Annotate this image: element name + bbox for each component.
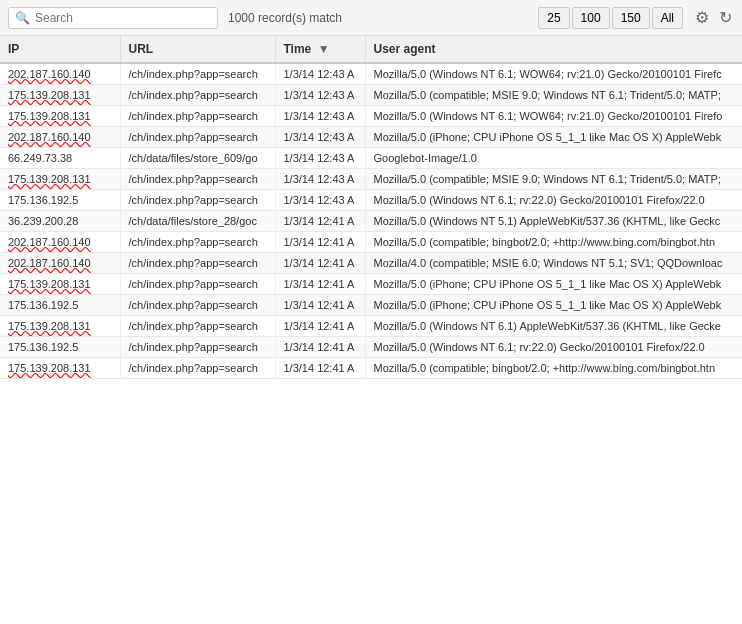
search-input[interactable]: [35, 11, 211, 25]
cell-url: /ch/index.php?app=search: [120, 337, 275, 358]
cell-time: 1/3/14 12:41 A: [275, 232, 365, 253]
cell-ip: 202.187.160.140: [0, 232, 120, 253]
cell-ua: Mozilla/4.0 (compatible; MSIE 6.0; Windo…: [365, 253, 742, 274]
table-row: 175.136.192.5/ch/index.php?app=search1/3…: [0, 295, 742, 316]
cell-ip: 175.136.192.5: [0, 295, 120, 316]
cell-ip: 175.139.208.131: [0, 169, 120, 190]
cell-time: 1/3/14 12:43 A: [275, 85, 365, 106]
page-size-100[interactable]: 100: [572, 7, 610, 29]
cell-time: 1/3/14 12:43 A: [275, 148, 365, 169]
cell-time: 1/3/14 12:41 A: [275, 295, 365, 316]
cell-ua: Googlebot-Image/1.0: [365, 148, 742, 169]
cell-ip: 175.139.208.131: [0, 106, 120, 127]
settings-icon[interactable]: ⚙: [693, 6, 711, 29]
cell-time: 1/3/14 12:43 A: [275, 169, 365, 190]
table-row: 175.136.192.5/ch/index.php?app=search1/3…: [0, 337, 742, 358]
table-row: 202.187.160.140/ch/index.php?app=search1…: [0, 63, 742, 85]
cell-url: /ch/index.php?app=search: [120, 253, 275, 274]
cell-ip: 202.187.160.140: [0, 253, 120, 274]
table-row: 175.136.192.5/ch/index.php?app=search1/3…: [0, 190, 742, 211]
cell-url: /ch/data/files/store_28/goc: [120, 211, 275, 232]
col-header-ip[interactable]: IP: [0, 36, 120, 63]
page-size-all[interactable]: All: [652, 7, 683, 29]
cell-ip: 175.139.208.131: [0, 316, 120, 337]
cell-ip: 202.187.160.140: [0, 63, 120, 85]
cell-url: /ch/index.php?app=search: [120, 63, 275, 85]
cell-url: /ch/index.php?app=search: [120, 295, 275, 316]
cell-url: /ch/index.php?app=search: [120, 316, 275, 337]
cell-time: 1/3/14 12:41 A: [275, 358, 365, 379]
cell-url: /ch/index.php?app=search: [120, 274, 275, 295]
cell-url: /ch/index.php?app=search: [120, 127, 275, 148]
cell-url: /ch/index.php?app=search: [120, 358, 275, 379]
cell-ua: Mozilla/5.0 (iPhone; CPU iPhone OS 5_1_1…: [365, 127, 742, 148]
col-header-url[interactable]: URL: [120, 36, 275, 63]
table-row: 175.139.208.131/ch/index.php?app=search1…: [0, 316, 742, 337]
cell-url: /ch/index.php?app=search: [120, 190, 275, 211]
cell-ua: Mozilla/5.0 (iPhone; CPU iPhone OS 5_1_1…: [365, 274, 742, 295]
table-row: 175.139.208.131/ch/index.php?app=search1…: [0, 106, 742, 127]
cell-ua: Mozilla/5.0 (Windows NT 6.1; rv:22.0) Ge…: [365, 190, 742, 211]
sort-arrow: ▼: [318, 42, 330, 56]
cell-ip: 175.139.208.131: [0, 85, 120, 106]
table-row: 175.139.208.131/ch/index.php?app=search1…: [0, 85, 742, 106]
table-row: 202.187.160.140/ch/index.php?app=search1…: [0, 127, 742, 148]
record-count: 1000 record(s) match: [228, 11, 528, 25]
cell-ua: Mozilla/5.0 (compatible; bingbot/2.0; +h…: [365, 358, 742, 379]
search-box: 🔍: [8, 7, 218, 29]
cell-ip: 175.139.208.131: [0, 358, 120, 379]
cell-time: 1/3/14 12:41 A: [275, 316, 365, 337]
table-row: 202.187.160.140/ch/index.php?app=search1…: [0, 253, 742, 274]
table-row: 175.139.208.131/ch/index.php?app=search1…: [0, 358, 742, 379]
toolbar-icons: ⚙ ↻: [693, 6, 734, 29]
cell-ua: Mozilla/5.0 (Windows NT 6.1; WOW64; rv:2…: [365, 63, 742, 85]
cell-ua: Mozilla/5.0 (Windows NT 6.1; WOW64; rv:2…: [365, 106, 742, 127]
table-row: 202.187.160.140/ch/index.php?app=search1…: [0, 232, 742, 253]
cell-ua: Mozilla/5.0 (compatible; bingbot/2.0; +h…: [365, 232, 742, 253]
table-row: 175.139.208.131/ch/index.php?app=search1…: [0, 274, 742, 295]
page-size-25[interactable]: 25: [538, 7, 569, 29]
toolbar: 🔍 1000 record(s) match 25 100 150 All ⚙ …: [0, 0, 742, 36]
page-size-buttons: 25 100 150 All: [538, 7, 683, 29]
table-row: 66.249.73.38/ch/data/files/store_609/go1…: [0, 148, 742, 169]
table-row: 36.239.200.28/ch/data/files/store_28/goc…: [0, 211, 742, 232]
cell-ip: 202.187.160.140: [0, 127, 120, 148]
cell-time: 1/3/14 12:41 A: [275, 337, 365, 358]
cell-time: 1/3/14 12:43 A: [275, 63, 365, 85]
cell-ua: Mozilla/5.0 (iPhone; CPU iPhone OS 5_1_1…: [365, 295, 742, 316]
cell-ip: 36.239.200.28: [0, 211, 120, 232]
cell-time: 1/3/14 12:41 A: [275, 274, 365, 295]
cell-ua: Mozilla/5.0 (Windows NT 6.1) AppleWebKit…: [365, 316, 742, 337]
cell-ua: Mozilla/5.0 (compatible; MSIE 9.0; Windo…: [365, 169, 742, 190]
cell-ip: 66.249.73.38: [0, 148, 120, 169]
col-header-time[interactable]: Time ▼: [275, 36, 365, 63]
col-header-ua[interactable]: User agent: [365, 36, 742, 63]
page-size-150[interactable]: 150: [612, 7, 650, 29]
cell-ip: 175.136.192.5: [0, 337, 120, 358]
cell-url: /ch/index.php?app=search: [120, 85, 275, 106]
cell-url: /ch/data/files/store_609/go: [120, 148, 275, 169]
table-row: 175.139.208.131/ch/index.php?app=search1…: [0, 169, 742, 190]
refresh-icon[interactable]: ↻: [717, 6, 734, 29]
cell-ip: 175.136.192.5: [0, 190, 120, 211]
table-header-row: IP URL Time ▼ User agent: [0, 36, 742, 63]
cell-ua: Mozilla/5.0 (compatible; MSIE 9.0; Windo…: [365, 85, 742, 106]
cell-url: /ch/index.php?app=search: [120, 106, 275, 127]
cell-time: 1/3/14 12:43 A: [275, 190, 365, 211]
data-table: IP URL Time ▼ User agent 202.187.160.140…: [0, 36, 742, 379]
cell-ua: Mozilla/5.0 (Windows NT 6.1; rv:22.0) Ge…: [365, 337, 742, 358]
cell-url: /ch/index.php?app=search: [120, 232, 275, 253]
cell-url: /ch/index.php?app=search: [120, 169, 275, 190]
cell-ua: Mozilla/5.0 (Windows NT 5.1) AppleWebKit…: [365, 211, 742, 232]
search-icon: 🔍: [15, 11, 30, 25]
cell-time: 1/3/14 12:43 A: [275, 106, 365, 127]
cell-time: 1/3/14 12:41 A: [275, 253, 365, 274]
cell-time: 1/3/14 12:41 A: [275, 211, 365, 232]
cell-ip: 175.139.208.131: [0, 274, 120, 295]
cell-time: 1/3/14 12:43 A: [275, 127, 365, 148]
